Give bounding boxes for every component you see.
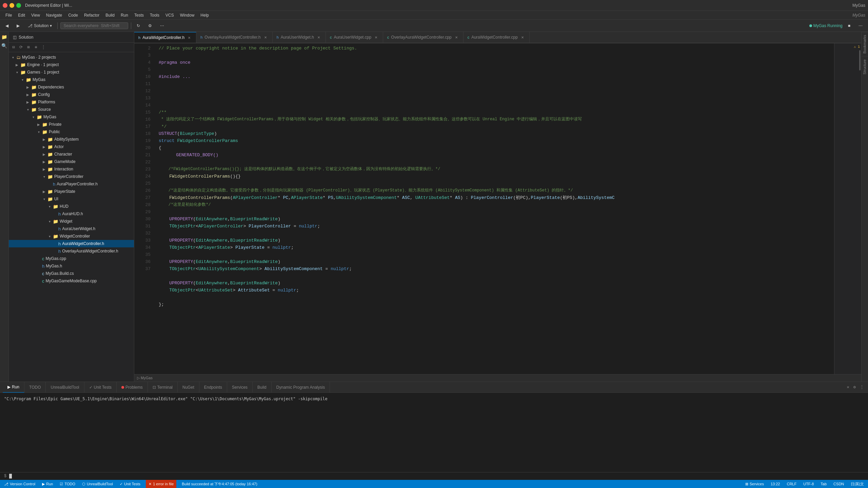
tree-item-character[interactable]: ▶ 📁 Character [9, 150, 134, 158]
menu-tests[interactable]: Tests [132, 12, 146, 18]
bottom-tab-nuget[interactable]: NuGet [178, 382, 199, 393]
bottom-tab-todo[interactable]: TODO [24, 382, 46, 393]
reload-button[interactable]: ↻ [134, 22, 143, 29]
tab-close-icon[interactable]: ✕ [454, 35, 459, 40]
bottom-tab-services[interactable]: Services [227, 382, 253, 393]
tree-item-mygas[interactable]: ▾ 📁 MyGas [9, 76, 134, 83]
bottom-tab-endpoints[interactable]: Endpoints [199, 382, 227, 393]
minimize-btn[interactable] [9, 3, 14, 8]
status-run-item[interactable]: ▶ Run [41, 480, 54, 488]
tree-item-playercontroller[interactable]: ▾ 📁 PlayerController [9, 173, 134, 180]
tree-item-mygas-cpp[interactable]: c MyGas.cpp [9, 255, 134, 262]
menu-file[interactable]: File [3, 12, 15, 18]
tab-aurauserwidget-h[interactable]: h AuraUserWidget.h ✕ [273, 32, 326, 43]
tree-item-mygas-build-cs[interactable]: c MyGas.Build.cs [9, 270, 134, 277]
explorer-icon[interactable]: 📁 [1, 33, 8, 41]
menu-refactor[interactable]: Refactor [81, 12, 102, 18]
tree-item-engine[interactable]: ▶ 📁 Engine · 1 project [9, 61, 134, 68]
pin-icon[interactable]: ⊕ [33, 44, 39, 51]
tree-item-config[interactable]: ▶ 📁 Config [9, 91, 134, 98]
status-line-ending[interactable]: CRLF [785, 480, 798, 488]
tree-item-gamemode[interactable]: ▶ 📁 GameMode [9, 158, 134, 165]
maximize-btn[interactable] [16, 3, 21, 8]
status-unit-tests[interactable]: ✓ Unit Tests [118, 480, 142, 488]
menu-code[interactable]: Code [65, 12, 81, 18]
tree-item-ui[interactable]: ▾ 📁 UI [9, 195, 134, 203]
tree-item-mygas2[interactable]: ▾ 📁 MyGas [9, 113, 134, 121]
sync-icon[interactable]: ⟳ [18, 44, 24, 51]
tab-close-icon[interactable]: ✕ [263, 35, 268, 40]
status-lang[interactable]: 日|英|文 [849, 480, 865, 488]
scrollbar-thumb[interactable] [859, 50, 861, 70]
status-unreal-build[interactable]: ⬡ UnrealBuildTool [81, 480, 114, 488]
bottom-tab-build[interactable]: Build [253, 382, 272, 393]
structure-label[interactable]: Structure [862, 56, 868, 77]
bottom-tab-dpa[interactable]: Dynamic Program Analysis [272, 382, 330, 393]
solution-button[interactable]: ⎇ Solution ▾ [25, 22, 55, 29]
tab-overlayaurawidgetcontroller-h[interactable]: h OverlayAuraWidgetController.h ✕ [196, 32, 273, 43]
tab-close-icon[interactable]: ✕ [373, 35, 379, 40]
tree-item-platforms[interactable]: ▶ 📁 Platforms [9, 98, 134, 106]
more-tree-icon[interactable]: ⋮ [40, 44, 47, 51]
tree-item-dependencies[interactable]: ▶ 📁 Dependencies [9, 83, 134, 91]
status-todo-item[interactable]: ☑ TODO [58, 480, 77, 488]
search-input[interactable] [60, 22, 128, 29]
menu-window[interactable]: Window [177, 12, 197, 18]
menu-view[interactable]: View [28, 12, 43, 18]
status-encoding[interactable]: UTF-8 [802, 480, 815, 488]
bottom-tab-unrealbuildtool[interactable]: UnrealBuildTool [46, 382, 84, 393]
tab-aurauserwidget-cpp[interactable]: c AuraUserWidget.cpp ✕ [326, 32, 383, 43]
status-line-col[interactable]: 13:22 [769, 480, 782, 488]
search-sidebar-icon[interactable]: 🔍 [1, 42, 8, 49]
tree-item-playerstate[interactable]: ▶ 📁 PlayerState [9, 188, 134, 195]
tree-item-source[interactable]: ▾ 📁 Source [9, 106, 134, 113]
collapse-all-icon[interactable]: ⊟ [10, 44, 17, 51]
tab-close-icon[interactable]: ✕ [520, 35, 525, 40]
code-content[interactable]: // Place your copyright notice in the de… [153, 43, 834, 374]
tree-item-widgetcontroller[interactable]: ▾ 📁 WidgetController [9, 232, 134, 240]
more-options[interactable]: ⋯ [157, 22, 167, 29]
tab-aurawidgetcontroller-cpp[interactable]: c AuraWidgetController.cpp ✕ [463, 32, 530, 43]
tree-item-solution[interactable]: ▾ 🗂 MyGas · 2 projects [9, 54, 134, 61]
tab-close-icon[interactable]: ✕ [186, 35, 192, 40]
more-run-options[interactable]: ⋯ [856, 22, 865, 29]
tree-item-aurahud-h[interactable]: h AuraHUD.h [9, 210, 134, 218]
menu-tools[interactable]: Tools [147, 12, 162, 18]
tree-item-aurauserwidget-h[interactable]: h AuraUserWidget.h [9, 225, 134, 232]
tree-item-overlayaurawidgetcontroller-h[interactable]: h OverlayAuraWidgetController.h [9, 247, 134, 255]
status-errors[interactable]: ✕ 1 error in file [146, 480, 176, 488]
tree-item-hud[interactable]: ▾ 📁 HUD [9, 203, 134, 210]
tree-item-mygas-h[interactable]: h MyGas.h [9, 262, 134, 270]
menu-vcs[interactable]: VCS [163, 12, 177, 18]
editor-content[interactable]: 2 3 4 5 10 11 12 13 14 15 16 17 18 19 20 [134, 43, 861, 374]
bottom-tab-unittests[interactable]: ✓ Unit Tests [84, 382, 117, 393]
status-version-control[interactable]: ⎇ Version Control [3, 480, 37, 488]
status-csdn[interactable]: CSDN [832, 480, 845, 488]
tree-item-games[interactable]: ▾ 📁 Games · 1 project [9, 68, 134, 76]
bookmarks-label[interactable]: Bookmarks [862, 32, 868, 56]
tab-overlayaurawidgetcontroller-cpp[interactable]: c OverlayAuraWidgetController.cpp ✕ [383, 32, 463, 43]
tree-item-widget[interactable]: ▾ 📁 Widget [9, 218, 134, 225]
tree-item-private[interactable]: ▶ 📁 Private [9, 121, 134, 128]
close-btn[interactable] [3, 3, 7, 8]
more-panel-icon[interactable]: ⋮ [859, 384, 865, 390]
tree-item-public[interactable]: ▾ 📁 Public [9, 128, 134, 136]
tree-item-mygasgamemodebase-cpp[interactable]: c MyGasGameModeBase.cpp [9, 277, 134, 285]
filter-icon[interactable]: ⊞ [25, 44, 32, 51]
close-panel-icon[interactable]: ✕ [846, 384, 851, 390]
settings-panel-icon[interactable]: ⚙ [852, 384, 857, 390]
menu-navigate[interactable]: Navigate [43, 12, 65, 18]
bottom-tab-run[interactable]: ▶ Run [3, 382, 24, 393]
menu-run[interactable]: Run [118, 12, 131, 18]
bottom-tab-problems[interactable]: Problems [117, 382, 148, 393]
bottom-tab-terminal[interactable]: ⊡ Terminal [148, 382, 178, 393]
tree-item-aurawidgetcontroller-h-active[interactable]: h AuraWidgetController.h [9, 240, 134, 247]
forward-button[interactable]: ▶ [14, 22, 22, 29]
stop-run-button[interactable]: ■ [845, 22, 853, 29]
settings-icon[interactable]: ⚙ [145, 22, 155, 29]
back-button[interactable]: ◀ [3, 22, 11, 29]
tree-item-interaction[interactable]: ▶ 📁 Interaction [9, 165, 134, 173]
menu-build[interactable]: Build [103, 12, 117, 18]
tree-item-auraplayercontroller-h[interactable]: h AuraPlayerController.h [9, 180, 134, 188]
menu-help[interactable]: Help [198, 12, 212, 18]
